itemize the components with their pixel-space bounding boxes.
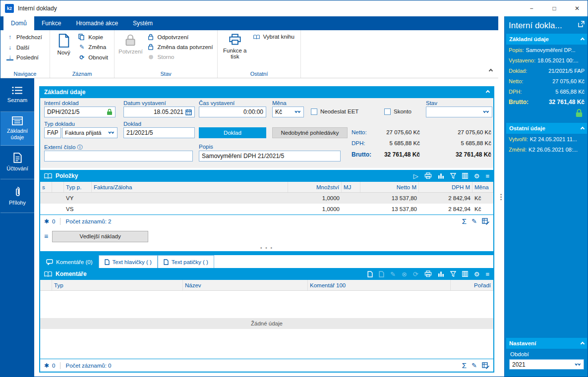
sidebar-item-seznam[interactable]: Seznam (0, 78, 34, 112)
tab-comments[interactable]: Komentáře (0) (40, 255, 99, 268)
open-external-icon[interactable] (578, 21, 585, 27)
col-faktura[interactable]: Faktura/Záloha (92, 182, 288, 192)
edit-button[interactable]: ✎ Změna (76, 43, 110, 52)
dropdown-icon[interactable] (294, 110, 301, 114)
col-typ[interactable]: Typ (52, 280, 183, 290)
unconfirm-button[interactable]: Odpotvrzení (146, 33, 215, 41)
col-poradi[interactable]: Pořadí (451, 280, 493, 290)
ribbon-tab-functions[interactable]: Funkce (34, 16, 68, 30)
doc-type-code-field[interactable]: FAP (44, 127, 61, 138)
tab-header-text[interactable]: Text hlavičky ( ) (99, 255, 158, 268)
new-record-icon[interactable] (367, 271, 373, 277)
last-button[interactable]: ↓ Poslední (4, 54, 44, 61)
change-confirm-date-button[interactable]: Změna data potvrzení (146, 43, 215, 51)
copy-button[interactable]: Kopie (76, 33, 110, 41)
confirm-button[interactable]: Potvrzení (118, 33, 143, 61)
gear-icon[interactable]: ⚙ (474, 173, 480, 179)
dropdown-icon[interactable] (108, 131, 115, 135)
edit-pencil-icon[interactable]: ✎ (471, 217, 477, 225)
run-icon[interactable]: ▷ (413, 173, 418, 179)
print-icon[interactable] (424, 270, 432, 277)
collapse-icon[interactable] (581, 127, 585, 131)
col-blank[interactable] (52, 182, 64, 192)
col-netto[interactable]: Netto M (360, 182, 419, 192)
maximize-button[interactable]: □ (543, 0, 566, 16)
items-row-1[interactable]: VY 1,0000 13 537,80 2 842,94 Kč (40, 193, 493, 204)
issue-date-field[interactable]: 18.05.2021 (123, 107, 195, 117)
minimize-button[interactable]: − (520, 0, 543, 16)
state-label: Stav (426, 100, 437, 106)
col-komentar[interactable]: Komentář 100 (308, 280, 451, 290)
storno-button[interactable]: ⊗ Storno (146, 53, 215, 61)
edit-pencil-icon[interactable]: ✎ (471, 362, 477, 369)
dropdown-icon[interactable] (483, 110, 489, 114)
collapse-icon[interactable] (581, 38, 585, 42)
col-dph[interactable]: DPH M (419, 182, 472, 192)
sum-icon[interactable]: Σ (462, 217, 467, 225)
functions-print-button[interactable]: Funkce a tisk (222, 33, 248, 59)
filter-icon[interactable] (450, 173, 456, 179)
print-icon[interactable] (424, 172, 432, 179)
items-row-2[interactable]: VS 1,0000 13 537,80 2 842,94 Kč (40, 204, 493, 215)
delete-record-icon[interactable]: ⊗ (402, 271, 407, 277)
select-book-button[interactable]: Vybrat knihu (251, 33, 297, 41)
filter-icon[interactable] (450, 271, 456, 277)
columns-icon[interactable] (462, 173, 468, 179)
columns-icon[interactable] (462, 271, 468, 277)
dropdown-icon[interactable] (575, 363, 581, 367)
issue-time-field[interactable]: 0:00:00 (199, 107, 266, 117)
document-button[interactable]: Doklad (199, 127, 266, 138)
bad-debts-button[interactable]: Nedobytné pohledávky (272, 127, 348, 138)
close-button[interactable]: ✕ (566, 0, 588, 16)
document-field[interactable]: 21/2021/5 (123, 127, 195, 138)
calendar-icon[interactable] (185, 109, 192, 115)
horizontal-splitter-handle[interactable]: • • • (40, 246, 493, 251)
sidebar-item-prilohy[interactable]: Přílohy (0, 179, 34, 213)
col-typ[interactable]: Typ p. (64, 182, 92, 192)
ribbon-tab-home[interactable]: Domů (3, 16, 34, 30)
col-s[interactable]: s (40, 182, 52, 192)
grid-edit-icon[interactable] (482, 218, 489, 225)
asterisk-icon[interactable]: ✱ (44, 362, 49, 369)
sidebar-item-zakladni-udaje[interactable]: Základní údaje (0, 112, 34, 146)
internal-doc-field[interactable]: DPH/2021/5 (44, 107, 116, 117)
collapse-basic-icon[interactable] (486, 90, 490, 94)
description-field[interactable]: Samovyměření DPH 21/2021/5 (199, 151, 341, 162)
menu-icon[interactable]: ≡ (485, 173, 489, 179)
collapse-icon[interactable] (581, 342, 585, 346)
chart-icon[interactable] (438, 271, 444, 277)
gear-icon[interactable]: ⚙ (474, 271, 480, 277)
menu-icon[interactable]: ≡ (485, 271, 489, 277)
vertical-splitter[interactable]: ••• (498, 16, 504, 377)
external-no-field[interactable] (44, 151, 193, 162)
next-button[interactable]: ↓ Další (4, 43, 44, 52)
ribbon-tab-bulk[interactable]: Hromadné akce (68, 16, 125, 30)
eet-checkbox[interactable] (311, 108, 317, 115)
state-field[interactable] (426, 107, 492, 117)
currency-field[interactable]: Kč (272, 107, 304, 117)
col-nazev[interactable]: Název (183, 280, 308, 290)
tab-footer-text[interactable]: Text patičky ( ) (158, 255, 214, 268)
refresh-record-icon[interactable]: ⟳ (413, 271, 418, 277)
side-costs-button[interactable]: Vedlejší náklady (52, 231, 148, 242)
col-mj[interactable]: MJ (342, 182, 360, 192)
prev-button[interactable]: ↑ Předchozí (4, 33, 44, 42)
menu-small-icon[interactable]: ≡ (44, 232, 48, 240)
refresh-button[interactable]: ⟳ Obnovit (76, 53, 110, 62)
sidebar-item-uctovani[interactable]: Účtování (0, 146, 34, 179)
skonto-checkbox[interactable] (384, 108, 391, 115)
col-mnozstvi[interactable]: Množství (288, 182, 342, 192)
horizontal-splitter[interactable] (40, 251, 493, 255)
new-button[interactable]: Nový (54, 33, 73, 62)
ribbon-tab-system[interactable]: Systém (125, 16, 160, 30)
sum-icon[interactable]: Σ (462, 361, 467, 370)
ribbon-collapse-button[interactable] (489, 67, 492, 74)
col-mena[interactable]: Měna (472, 182, 493, 192)
asterisk-icon[interactable]: ✱ (44, 218, 49, 225)
chart-icon[interactable] (438, 173, 444, 179)
doc-type-field[interactable]: Faktura přijatá (62, 127, 118, 138)
period-field[interactable]: 2021 (509, 359, 584, 370)
copy-record-icon[interactable] (379, 271, 384, 277)
grid-edit-icon[interactable] (482, 362, 489, 369)
edit-record-icon[interactable]: ✎ (390, 271, 396, 277)
